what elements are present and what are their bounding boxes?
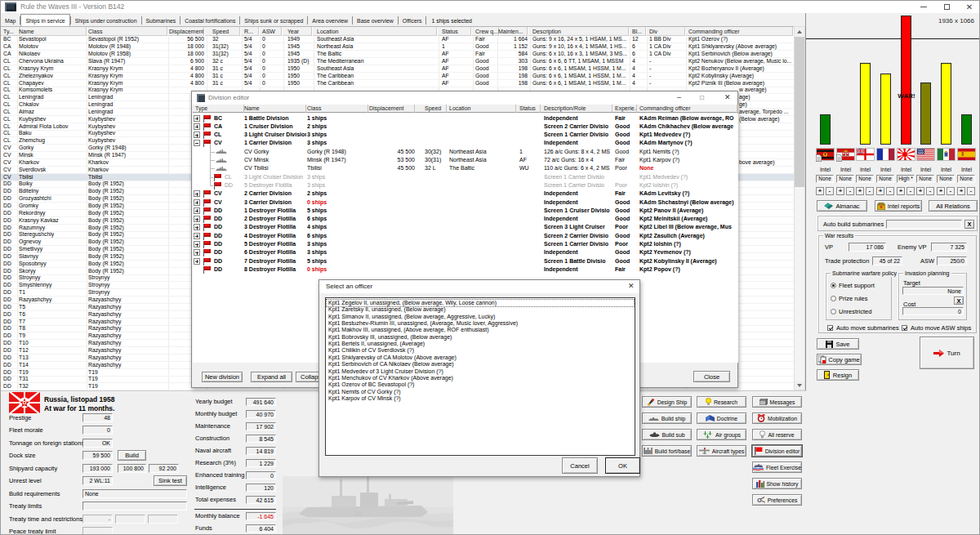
officer-list-item[interactable]: Kpt1 Karpov of CV Minsk (?) [327, 395, 634, 402]
radio-fleet-support[interactable] [831, 283, 836, 288]
all-relations-button[interactable]: All Relations [929, 200, 978, 212]
intel-minus-button[interactable]: - [826, 187, 834, 195]
intel-plus-button[interactable]: + [836, 187, 844, 195]
division-row[interactable]: DD5 Destroyer Flotilla3 shipsScreen 1 Ca… [193, 240, 738, 248]
officer-list-item[interactable]: Kpt1 Simanov II, unassigned, (Below aver… [327, 314, 634, 320]
division-row[interactable]: DD3 Destroyer Flotilla4 shipsScreen 3 Li… [193, 223, 738, 231]
tab-area-overview[interactable]: Area overview [308, 16, 352, 26]
tab-ships-in-service[interactable]: Ships in service [20, 14, 69, 26]
division-row[interactable]: CV3 Carrier Division0 shipsIndependentGo… [193, 198, 738, 207]
division-row[interactable]: CL3 Light Cruiser Division3 shipsScreen … [193, 173, 738, 181]
flag-france-icon[interactable] [877, 149, 894, 160]
expander-icon[interactable] [194, 132, 200, 138]
officer-list-item[interactable]: Kpt1 Chilikin of CV Sverdlovsk (?) [327, 347, 634, 354]
expander-icon[interactable] [194, 190, 200, 197]
fleet-col-header[interactable]: Bl... [630, 27, 646, 36]
division-col-header[interactable]: Speed [422, 105, 447, 113]
fleet-col-header[interactable]: Class [86, 27, 167, 36]
flag-united-kingdom-icon[interactable] [857, 149, 874, 160]
fleet-col-header[interactable]: Status [439, 27, 471, 36]
expander-icon[interactable] [194, 258, 200, 265]
table-row[interactable]: CLChervona UkrainaSlava (R 1947)6 90032 … [1, 58, 794, 65]
auto-build-input[interactable] [886, 220, 962, 229]
build-sub-button[interactable]: Build sub [642, 429, 692, 440]
table-row[interactable]: CLChapayevKrasnyy Krym4 80031 c5/401950T… [1, 80, 794, 87]
intel-plus-button[interactable]: + [937, 187, 945, 195]
division-col-header[interactable]: Experie... [612, 105, 637, 113]
officer-list-item[interactable]: Kpt1 Makhov III, unassigned, (Above aver… [327, 327, 634, 333]
ok-button[interactable]: OK [605, 457, 640, 474]
division-row[interactable]: CV TbilisiTbilisi45 50032 LThe BalticWU1… [193, 164, 738, 172]
minimize-button-icon[interactable] [912, 1, 935, 13]
division-row[interactable]: DD1 Destroyer Flotilla5 shipsScreen 1 Cr… [193, 207, 738, 215]
intel-reports-button[interactable]: Intel reports [875, 200, 922, 212]
fleet-col-header[interactable]: Speed [210, 27, 240, 36]
resign-button[interactable]: Resign [817, 369, 859, 381]
table-row[interactable]: CLZheleznyakovKrasnyy Krym4 80031 c5/401… [1, 73, 794, 80]
flag-spain-icon[interactable] [958, 149, 975, 160]
division-row[interactable]: CV1 Carrier Division3 shipsIndependentGo… [193, 139, 738, 147]
build-fort-base-button[interactable]: Build fort/base [642, 445, 692, 457]
almanac-button[interactable]: Almanac [817, 200, 867, 212]
design-ship-button[interactable]: Design Ship [642, 396, 692, 408]
maximize-button-icon[interactable] [935, 1, 958, 13]
division-row[interactable]: DD6 Destroyer Flotilla3 shipsIndependent… [193, 248, 738, 256]
division-row[interactable]: CV2 Carrier Division2 shipsIndependentFa… [193, 189, 738, 198]
cancel-button[interactable]: Cancel [562, 457, 598, 474]
flag-united-states-icon[interactable] [917, 149, 934, 160]
tab-ships-sunk-or-scrapped[interactable]: Ships sunk or scrapped [240, 16, 307, 26]
show-history-button[interactable]: Show history [752, 478, 802, 489]
intel-plus-button[interactable]: + [957, 187, 965, 195]
officer-list-item[interactable]: Kpt1 Zegelov II, unassigned, (Below aver… [327, 300, 634, 306]
scroll-down-icon[interactable] [795, 381, 804, 390]
radio-unrestricted[interactable] [831, 309, 836, 314]
fleet-col-header[interactable]: Description [530, 27, 629, 36]
officer-list-item[interactable]: Kpt1 Bobrovsky III, unassigned, (Below a… [327, 334, 634, 341]
division-col-header[interactable]: Location [447, 105, 516, 113]
intel-plus-button[interactable]: + [816, 187, 824, 195]
division-row[interactable]: CA1 Cruiser Division2 shipsScreen 2 Carr… [193, 123, 738, 131]
messages-button[interactable]: Messages [752, 396, 802, 408]
auto-build-clear-button[interactable]: X [964, 220, 974, 229]
officer-list-item[interactable]: Kpt1 Menchukov of CV Kharkov (Above aver… [327, 375, 634, 381]
auto-move-asw-checkbox[interactable] [902, 325, 907, 331]
build-ship-button[interactable]: Build ship [642, 412, 692, 424]
expander-icon[interactable] [194, 199, 200, 206]
all-reserve-button[interactable]: All reserve [752, 429, 802, 440]
intel-plus-button[interactable]: + [897, 187, 905, 195]
division-row[interactable]: BC1 Battle Division1 shipsIndependentFai… [193, 114, 738, 123]
table-row[interactable]: CAMolotovMolotov (R 1948)18 00031(32)5/4… [1, 43, 794, 51]
division-editor-button[interactable]: Division editor [752, 445, 802, 457]
officer-list-item[interactable]: Kpt1 Shklyarevsky of CA Molotov (Above a… [327, 354, 634, 361]
flag-germany-icon[interactable] [817, 149, 834, 160]
fleet-col-header[interactable]: Commanding officer [686, 27, 793, 36]
tab-submarines[interactable]: Submarines [142, 16, 180, 26]
division-row[interactable]: DD2 Destroyer Flotilla6 shipsIndependent… [193, 215, 738, 223]
officer-dialog-close-icon[interactable]: ✕ [628, 282, 635, 291]
build-button[interactable]: Build [118, 450, 146, 461]
dialog-minimize-icon[interactable]: – [677, 93, 681, 102]
expander-icon[interactable] [194, 233, 200, 239]
division-col-header[interactable]: Type [193, 105, 244, 113]
copy-game-button[interactable]: Copy game [817, 354, 862, 365]
flag-japan-icon[interactable] [898, 149, 915, 160]
fleet-col-header[interactable]: Displacement [167, 27, 204, 36]
tab-coastal-fortifications[interactable]: Coastal fortifications [180, 16, 239, 26]
fleet-exercise-button[interactable]: Fleet Exercise [752, 461, 802, 473]
table-row[interactable]: CANikolaevMolotov (R 1958)18 00031(32)5/… [1, 51, 794, 58]
aircraft-types-button[interactable]: Aircraft types [697, 445, 746, 457]
expander-icon[interactable] [194, 140, 200, 146]
division-col-header[interactable]: Displacement [367, 105, 415, 113]
division-row[interactable]: DD4 Destroyer Flotilla6 shipsScreen 2 Ca… [193, 232, 738, 240]
research-button[interactable]: Research [697, 396, 746, 408]
tab-officers[interactable]: Officers [399, 16, 426, 26]
tab-base-overview[interactable]: Base overview [353, 16, 398, 26]
expander-icon[interactable] [194, 115, 200, 122]
expander-icon[interactable] [194, 249, 200, 256]
division-row[interactable]: CV MinskMinsk (R 1947)53 50030(31)Northe… [193, 156, 738, 164]
division-col-header[interactable]: Name [242, 105, 306, 113]
tab-map[interactable]: Map [1, 16, 20, 26]
expander-icon[interactable] [194, 207, 200, 214]
intel-minus-button[interactable]: - [947, 187, 955, 195]
officer-list-item[interactable]: Kpt1 Ozerov of BC Sevastopol (?) [327, 381, 634, 388]
